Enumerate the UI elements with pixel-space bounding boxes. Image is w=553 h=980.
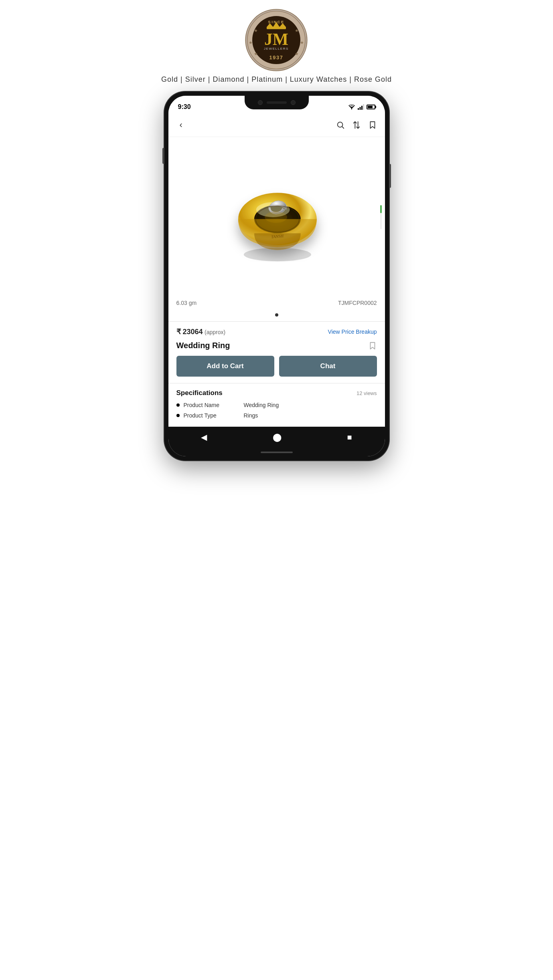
svg-text:1937: 1937 <box>269 54 284 60</box>
svg-text:★: ★ <box>295 28 299 33</box>
earpiece-speaker <box>267 101 287 104</box>
status-time: 9:30 <box>178 103 191 111</box>
price-display: ₹ 23064 (approx) <box>176 327 226 336</box>
spec-value-product-type: Rings <box>244 412 258 419</box>
spec-item-product-type: Product Type Rings <box>176 412 377 419</box>
svg-text:★: ★ <box>254 28 258 33</box>
back-button[interactable]: ‹ <box>176 118 186 132</box>
svg-rect-16 <box>358 108 359 110</box>
spec-label-product-type: Product Type <box>184 412 240 419</box>
svg-text:JEWELLERS: JEWELLERS <box>264 47 289 50</box>
svg-rect-12 <box>267 26 286 29</box>
power-button <box>389 164 391 188</box>
battery-icon <box>367 105 375 109</box>
app-header: ‹ <box>168 113 385 137</box>
brand-logo: ★ ★ ★ ★ ★ ★ SINCE JM JEWELLERS 1937 <box>244 8 308 72</box>
price-amount: ₹ 23064 <box>176 328 203 336</box>
product-title-section: Wedding Ring <box>168 339 385 356</box>
phone-bottom <box>168 448 385 456</box>
brand-header: ★ ★ ★ ★ ★ ★ SINCE JM JEWELLERS 1937 Gold… <box>161 8 392 84</box>
spec-label-product-name: Product Name <box>184 402 240 408</box>
status-icons <box>348 104 375 110</box>
view-price-breakup-link[interactable]: View Price Breakup <box>328 329 377 335</box>
signal-icon <box>358 104 364 110</box>
bookmark-icon[interactable] <box>368 121 377 129</box>
front-sensor <box>291 100 296 105</box>
spec-views: 12 views <box>357 390 377 396</box>
action-buttons: Add to Cart Chat <box>168 356 385 383</box>
price-approx: (approx) <box>205 329 225 335</box>
phone-screen: 9:30 <box>168 96 385 456</box>
header-actions <box>336 121 377 129</box>
svg-rect-17 <box>359 107 361 110</box>
status-bar: 9:30 <box>168 96 385 113</box>
svg-line-21 <box>342 127 344 128</box>
active-dot <box>275 313 278 317</box>
phone-frame: 9:30 <box>164 92 389 460</box>
specifications-section: Specifications 12 views Product Name Wed… <box>168 383 385 427</box>
svg-text:JM: JM <box>264 30 288 48</box>
svg-text:★: ★ <box>300 40 304 45</box>
scroll-indicator <box>380 205 382 229</box>
svg-point-28 <box>265 212 287 223</box>
search-icon[interactable] <box>336 121 345 129</box>
svg-rect-18 <box>361 106 363 110</box>
chat-button[interactable]: Chat <box>279 356 377 377</box>
product-weight: 6.03 gm <box>176 300 197 306</box>
home-indicator <box>261 452 293 453</box>
svg-point-15 <box>351 109 352 109</box>
nav-back-button[interactable]: ◀ <box>201 432 207 442</box>
spec-value-product-name: Wedding Ring <box>244 402 279 408</box>
spec-header: Specifications 12 views <box>176 389 377 397</box>
scroll-thumb <box>380 205 382 213</box>
nav-recent-button[interactable]: ■ <box>347 433 352 442</box>
svg-text:★: ★ <box>295 51 299 56</box>
spec-bullet-2 <box>176 414 180 417</box>
spec-title: Specifications <box>176 389 223 397</box>
product-bookmark-icon[interactable] <box>368 341 377 350</box>
front-camera <box>258 100 263 105</box>
product-meta: 6.03 gm TJMFCPR0002 <box>168 297 385 311</box>
price-section: ₹ 23064 (approx) View Price Breakup <box>168 322 385 339</box>
notch <box>245 96 309 109</box>
product-code: TJMFCPR0002 <box>338 300 377 306</box>
nav-bar: ◀ ⬤ ■ <box>168 427 385 448</box>
svg-text:★: ★ <box>254 51 258 56</box>
spec-bullet <box>176 403 180 407</box>
volume-button <box>162 148 164 164</box>
wifi-icon <box>348 104 355 110</box>
compare-icon[interactable] <box>352 121 361 129</box>
svg-rect-19 <box>363 104 364 110</box>
spec-item-product-name: Product Name Wedding Ring <box>176 402 377 408</box>
svg-text:★: ★ <box>249 40 253 45</box>
nav-home-button[interactable]: ⬤ <box>273 432 282 442</box>
product-title: Wedding Ring <box>176 341 230 350</box>
product-image: TANSH <box>221 161 333 273</box>
product-image-area: TANSH <box>168 137 385 297</box>
brand-tagline: Gold | Silver | Diamond | Platinum | Lux… <box>161 75 392 84</box>
image-dot-indicator <box>168 311 385 321</box>
add-to-cart-button[interactable]: Add to Cart <box>176 356 274 377</box>
